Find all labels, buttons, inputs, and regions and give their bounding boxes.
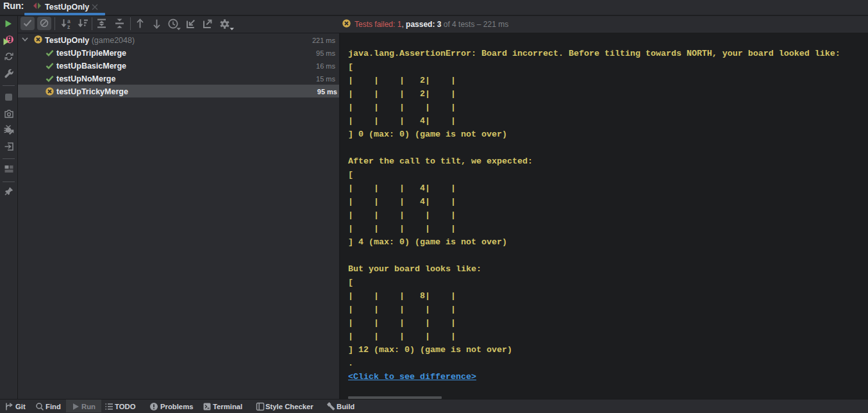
svg-text:z: z [67, 24, 70, 30]
